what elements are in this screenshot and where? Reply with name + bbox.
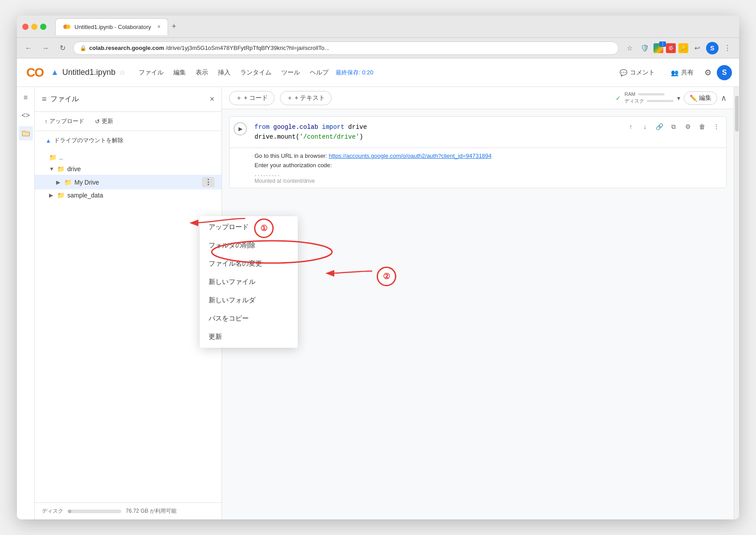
browser-avatar[interactable]: S bbox=[706, 42, 719, 54]
tree-item-mydrive[interactable]: ▶ 📁 My Drive ⋮ bbox=[35, 175, 222, 189]
context-menu-delete-folder[interactable]: フォルダの削除 bbox=[200, 236, 298, 255]
right-scrollbar[interactable] bbox=[734, 87, 739, 519]
bookmark-button[interactable]: ☆ bbox=[623, 42, 636, 54]
profile-button[interactable]: 🛡️ bbox=[638, 42, 651, 54]
tab-close-button[interactable]: × bbox=[157, 24, 160, 30]
tree-item-drive[interactable]: ▼ 📁 drive bbox=[35, 163, 222, 175]
refresh-button[interactable]: ↺ 更新 bbox=[92, 115, 116, 127]
refresh-button[interactable]: ↻ bbox=[56, 42, 69, 54]
folder-icon: 📁 bbox=[49, 154, 57, 161]
extension-new: ⋮ bbox=[653, 43, 663, 53]
comment-icon: 💬 bbox=[620, 69, 627, 76]
ext-icon-red[interactable]: 🎯 bbox=[666, 43, 676, 53]
menu-insert[interactable]: 挿入 bbox=[214, 67, 235, 78]
folder-icon-mydrive: 📁 bbox=[64, 179, 72, 186]
run-button[interactable]: ▶ bbox=[234, 122, 247, 136]
star-button[interactable]: ☆ bbox=[119, 68, 125, 77]
collapse-button[interactable]: ∧ bbox=[721, 93, 727, 103]
output-line-2: Enter your authorization code: bbox=[255, 161, 719, 170]
colab-co-text: CO bbox=[26, 66, 43, 80]
user-avatar[interactable]: S bbox=[717, 65, 732, 80]
context-menu: アップロード フォルダの削除 ファイル名の変更 新しいファイル 新しいフォルダ bbox=[200, 216, 298, 348]
back-button[interactable]: ← bbox=[22, 42, 35, 54]
output-link[interactable]: https://accounts.google.com/o/oauth2/aut… bbox=[329, 152, 491, 159]
ext-icon-yellow[interactable]: 🔑 bbox=[678, 43, 688, 53]
menu-button[interactable]: ⋮ bbox=[721, 42, 734, 54]
left-icon-folder[interactable] bbox=[19, 126, 33, 140]
comment-button[interactable]: 💬 コメント bbox=[614, 66, 660, 79]
dropdown-arrow[interactable]: ▾ bbox=[677, 95, 680, 102]
output-mounted: Mounted at /content/drive bbox=[255, 178, 719, 184]
add-code-button[interactable]: ＋ + コード bbox=[229, 91, 275, 105]
three-dots-button[interactable]: ⋮ bbox=[202, 177, 214, 187]
edit-button[interactable]: ✏️ 編集 bbox=[684, 91, 717, 105]
left-panel-icons: ≡ <> bbox=[17, 87, 35, 519]
lock-icon: 🔒 bbox=[80, 45, 86, 51]
new-tab-button[interactable]: + bbox=[170, 20, 178, 33]
context-menu-copy-path[interactable]: パスをコピー bbox=[200, 309, 298, 328]
add-text-button[interactable]: ＋ + テキスト bbox=[280, 91, 332, 105]
left-icon-menu[interactable]: ≡ bbox=[19, 91, 33, 105]
output-dots: ......... bbox=[255, 170, 719, 178]
code-cell: ↑ ↓ 🔗 ⧉ ⚙ 🗑 ⋮ ▶ bbox=[229, 116, 727, 188]
sidebar-close-button[interactable]: × bbox=[210, 95, 214, 104]
plus-text-icon: ＋ bbox=[287, 94, 293, 102]
move-up-button[interactable]: ↑ bbox=[625, 120, 637, 133]
history-button[interactable]: ↩ bbox=[691, 42, 703, 54]
tree-item-sample[interactable]: ▶ 📁 sample_data bbox=[35, 189, 222, 201]
upload-button[interactable]: ↑ アップロード bbox=[42, 115, 87, 127]
settings-cell-button[interactable]: ⚙ bbox=[682, 120, 694, 133]
ram-bar bbox=[638, 93, 665, 95]
move-down-button[interactable]: ↓ bbox=[639, 120, 651, 133]
cell-toolbar: ↑ ↓ 🔗 ⧉ ⚙ 🗑 ⋮ bbox=[625, 120, 723, 133]
menu-help[interactable]: ヘルプ bbox=[305, 67, 333, 78]
link-button[interactable]: 🔗 bbox=[653, 120, 666, 133]
context-menu-refresh[interactable]: 更新 bbox=[200, 328, 298, 346]
context-menu-new-file[interactable]: 新しいファイル bbox=[200, 273, 298, 291]
folder-icon-sample: 📁 bbox=[57, 192, 65, 199]
title-bar: Untitled1.ipynb - Colaboratory × + bbox=[17, 16, 739, 38]
colab-logo: CO bbox=[24, 62, 45, 83]
file-name-area: ▲ Untitled1.ipynb ☆ bbox=[51, 68, 125, 77]
tree-item-parent[interactable]: 📁 .. bbox=[35, 152, 222, 163]
minimize-button[interactable] bbox=[31, 24, 37, 30]
menu-view[interactable]: 表示 bbox=[191, 67, 213, 78]
left-icon-code[interactable]: <> bbox=[19, 108, 33, 123]
context-menu-new-folder[interactable]: 新しいフォルダ bbox=[200, 291, 298, 309]
active-tab[interactable]: Untitled1.ipynb - Colaboratory × bbox=[55, 18, 168, 35]
context-menu-upload[interactable]: アップロード bbox=[200, 218, 298, 236]
share-button[interactable]: 👥 共有 bbox=[666, 66, 699, 79]
copy-cell-button[interactable]: ⧉ bbox=[667, 120, 680, 133]
settings-button[interactable]: ⚙ bbox=[704, 68, 711, 78]
disk-bar-nb bbox=[647, 100, 674, 102]
file-title[interactable]: Untitled1.ipynb bbox=[62, 68, 115, 77]
share-icon: 👥 bbox=[671, 69, 678, 76]
browser-window: Untitled1.ipynb - Colaboratory × + ← → ↻… bbox=[17, 16, 739, 519]
menu-file[interactable]: ファイル bbox=[134, 67, 168, 78]
sidebar-menu-icon[interactable]: ≡ bbox=[42, 95, 47, 104]
menu-bar: ファイル 編集 表示 挿入 ランタイム ツール ヘルプ 最終保存: 0:20 bbox=[134, 67, 374, 78]
output-line-1: Go to this URL in a browser: https://acc… bbox=[255, 152, 719, 161]
delete-cell-button[interactable]: 🗑 bbox=[696, 120, 708, 133]
forward-button[interactable]: → bbox=[39, 42, 52, 54]
context-menu-rename[interactable]: ファイル名の変更 bbox=[200, 255, 298, 273]
sidebar: ≡ ファイル × ↑ アップロード ↺ 更新 ▲ ドライブのマウ bbox=[35, 87, 222, 519]
ram-label: RAM bbox=[625, 91, 635, 97]
address-input[interactable]: 🔒 colab.research.google.com /drive/1yj3m… bbox=[73, 41, 619, 55]
scrollbar-thumb[interactable] bbox=[735, 96, 739, 132]
drive-icon: ▲ bbox=[51, 68, 59, 77]
menu-runtime[interactable]: ランタイム bbox=[236, 67, 276, 78]
menu-edit[interactable]: 編集 bbox=[169, 67, 190, 78]
menu-tools[interactable]: ツール bbox=[277, 67, 304, 78]
last-saved[interactable]: 最終保存: 0:20 bbox=[336, 69, 374, 77]
close-button[interactable] bbox=[22, 24, 29, 30]
module-name: google.colab bbox=[273, 123, 318, 131]
tree-label-mydrive: My Drive bbox=[74, 179, 199, 186]
more-cell-button[interactable]: ⋮ bbox=[710, 120, 723, 133]
upload-icon: ↑ bbox=[45, 118, 48, 125]
tab-label: Untitled1.ipynb - Colaboratory bbox=[74, 24, 151, 30]
refresh-label: 更新 bbox=[102, 117, 113, 125]
drive-mount-button[interactable]: ▲ ドライブのマウントを解除 bbox=[42, 135, 214, 146]
pencil-icon: ✏️ bbox=[690, 95, 697, 102]
maximize-button[interactable] bbox=[40, 24, 46, 30]
